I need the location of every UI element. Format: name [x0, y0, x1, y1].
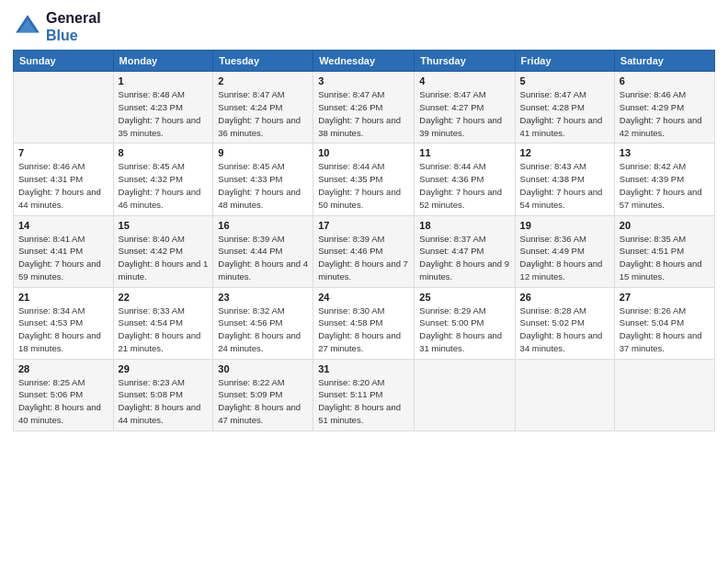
sunrise: Sunrise: 8:41 AM [18, 234, 85, 244]
sunset: Sunset: 4:54 PM [119, 317, 183, 327]
day-number: 7 [18, 147, 108, 158]
daylight: Daylight: 7 hours and 36 minutes. [218, 115, 301, 138]
daylight: Daylight: 7 hours and 42 minutes. [620, 115, 702, 138]
sunrise: Sunrise: 8:47 AM [419, 89, 485, 99]
daylight: Daylight: 8 hours and 18 minutes. [18, 330, 101, 353]
calendar-cell: 29 Sunrise: 8:23 AM Sunset: 5:08 PM Dayl… [113, 359, 213, 431]
calendar-cell: 20 Sunrise: 8:35 AM Sunset: 4:51 PM Dayl… [614, 215, 714, 287]
day-number: 31 [318, 363, 409, 374]
weekday-header: Thursday [415, 51, 515, 72]
sunrise: Sunrise: 8:35 AM [620, 234, 686, 244]
calendar-cell: 16 Sunrise: 8:39 AM Sunset: 4:44 PM Dayl… [213, 215, 313, 287]
calendar-cell: 17 Sunrise: 8:39 AM Sunset: 4:46 PM Dayl… [313, 215, 415, 287]
calendar-cell: 19 Sunrise: 8:36 AM Sunset: 4:49 PM Dayl… [515, 215, 614, 287]
calendar-cell: 30 Sunrise: 8:22 AM Sunset: 5:09 PM Dayl… [213, 359, 313, 431]
daylight: Daylight: 8 hours and 15 minutes. [620, 259, 702, 282]
daylight: Daylight: 7 hours and 39 minutes. [419, 115, 502, 138]
weekday-header: Tuesday [213, 51, 313, 72]
sunrise: Sunrise: 8:40 AM [119, 234, 185, 244]
day-detail: Sunrise: 8:46 AM Sunset: 4:29 PM Dayligh… [620, 88, 710, 139]
calendar-cell: 15 Sunrise: 8:40 AM Sunset: 4:42 PM Dayl… [113, 215, 213, 287]
day-detail: Sunrise: 8:42 AM Sunset: 4:39 PM Dayligh… [620, 160, 710, 211]
day-detail: Sunrise: 8:47 AM Sunset: 4:24 PM Dayligh… [218, 88, 308, 139]
calendar-cell: 10 Sunrise: 8:44 AM Sunset: 4:35 PM Dayl… [313, 144, 415, 215]
weekday-header: Wednesday [313, 51, 415, 72]
sunrise: Sunrise: 8:23 AM [119, 377, 185, 387]
daylight: Daylight: 8 hours and 9 minutes. [419, 259, 509, 282]
sunset: Sunset: 4:49 PM [520, 246, 585, 256]
day-number: 25 [419, 292, 509, 303]
day-number: 27 [620, 292, 710, 303]
day-detail: Sunrise: 8:46 AM Sunset: 4:31 PM Dayligh… [18, 160, 108, 211]
sunrise: Sunrise: 8:30 AM [318, 305, 384, 316]
logo-icon [13, 12, 42, 41]
day-number: 9 [218, 147, 308, 158]
day-number: 18 [419, 220, 509, 231]
day-number: 1 [119, 75, 209, 86]
sunset: Sunset: 4:44 PM [218, 246, 282, 256]
calendar-cell: 3 Sunrise: 8:47 AM Sunset: 4:26 PM Dayli… [313, 72, 415, 144]
day-number: 8 [119, 147, 209, 158]
daylight: Daylight: 7 hours and 41 minutes. [520, 115, 603, 138]
day-detail: Sunrise: 8:44 AM Sunset: 4:36 PM Dayligh… [419, 160, 509, 211]
calendar-cell: 23 Sunrise: 8:32 AM Sunset: 4:56 PM Dayl… [213, 287, 313, 359]
sunrise: Sunrise: 8:22 AM [218, 377, 284, 387]
calendar-cell: 25 Sunrise: 8:29 AM Sunset: 5:00 PM Dayl… [415, 287, 515, 359]
calendar-cell: 2 Sunrise: 8:47 AM Sunset: 4:24 PM Dayli… [213, 72, 313, 144]
day-detail: Sunrise: 8:22 AM Sunset: 5:09 PM Dayligh… [218, 376, 308, 427]
day-number: 10 [318, 147, 409, 158]
daylight: Daylight: 7 hours and 59 minutes. [18, 259, 101, 282]
calendar-cell: 18 Sunrise: 8:37 AM Sunset: 4:47 PM Dayl… [415, 215, 515, 287]
day-detail: Sunrise: 8:48 AM Sunset: 4:23 PM Dayligh… [119, 88, 209, 139]
logo-text: General Blue [46, 9, 101, 44]
daylight: Daylight: 8 hours and 7 minutes. [318, 259, 408, 282]
daylight: Daylight: 8 hours and 51 minutes. [318, 402, 401, 425]
calendar-cell: 11 Sunrise: 8:44 AM Sunset: 4:36 PM Dayl… [415, 144, 515, 215]
sunset: Sunset: 4:42 PM [119, 246, 183, 256]
calendar-cell: 26 Sunrise: 8:28 AM Sunset: 5:02 PM Dayl… [515, 287, 614, 359]
sunrise: Sunrise: 8:48 AM [119, 89, 185, 99]
calendar-cell [14, 72, 114, 144]
sunset: Sunset: 4:28 PM [520, 102, 585, 112]
calendar-week-row: 14 Sunrise: 8:41 AM Sunset: 4:41 PM Dayl… [14, 215, 715, 287]
sunrise: Sunrise: 8:37 AM [419, 234, 485, 244]
day-number: 4 [419, 75, 509, 86]
sunset: Sunset: 4:29 PM [620, 102, 684, 112]
daylight: Daylight: 8 hours and 44 minutes. [119, 402, 201, 425]
calendar-week-row: 21 Sunrise: 8:34 AM Sunset: 4:53 PM Dayl… [14, 287, 715, 359]
day-detail: Sunrise: 8:32 AM Sunset: 4:56 PM Dayligh… [218, 304, 308, 355]
day-number: 13 [620, 147, 710, 158]
calendar-table: SundayMondayTuesdayWednesdayThursdayFrid… [13, 50, 715, 431]
sunrise: Sunrise: 8:44 AM [318, 161, 384, 171]
day-number: 24 [318, 292, 409, 303]
sunrise: Sunrise: 8:45 AM [218, 161, 284, 171]
sunset: Sunset: 4:23 PM [119, 102, 183, 112]
sunset: Sunset: 4:35 PM [318, 174, 382, 184]
calendar-week-row: 7 Sunrise: 8:46 AM Sunset: 4:31 PM Dayli… [14, 144, 715, 215]
daylight: Daylight: 8 hours and 37 minutes. [620, 330, 702, 353]
sunset: Sunset: 5:09 PM [218, 389, 282, 399]
calendar-week-row: 1 Sunrise: 8:48 AM Sunset: 4:23 PM Dayli… [14, 72, 715, 144]
calendar-cell: 5 Sunrise: 8:47 AM Sunset: 4:28 PM Dayli… [515, 72, 614, 144]
daylight: Daylight: 7 hours and 52 minutes. [419, 187, 502, 210]
day-number: 5 [520, 75, 609, 86]
weekday-header: Monday [113, 51, 213, 72]
calendar-cell: 27 Sunrise: 8:26 AM Sunset: 5:04 PM Dayl… [614, 287, 714, 359]
daylight: Daylight: 7 hours and 35 minutes. [119, 115, 201, 138]
day-detail: Sunrise: 8:43 AM Sunset: 4:38 PM Dayligh… [520, 160, 609, 211]
daylight: Daylight: 7 hours and 54 minutes. [520, 187, 603, 210]
daylight: Daylight: 7 hours and 38 minutes. [318, 115, 401, 138]
sunrise: Sunrise: 8:28 AM [520, 305, 586, 316]
daylight: Daylight: 8 hours and 34 minutes. [520, 330, 603, 353]
day-number: 2 [218, 75, 308, 86]
day-detail: Sunrise: 8:33 AM Sunset: 4:54 PM Dayligh… [119, 304, 209, 355]
day-detail: Sunrise: 8:30 AM Sunset: 4:58 PM Dayligh… [318, 304, 409, 355]
sunset: Sunset: 4:36 PM [419, 174, 483, 184]
day-number: 23 [218, 292, 308, 303]
sunset: Sunset: 4:26 PM [318, 102, 382, 112]
day-detail: Sunrise: 8:45 AM Sunset: 4:32 PM Dayligh… [119, 160, 209, 211]
day-detail: Sunrise: 8:26 AM Sunset: 5:04 PM Dayligh… [620, 304, 710, 355]
day-number: 15 [119, 220, 209, 231]
sunrise: Sunrise: 8:33 AM [119, 305, 185, 316]
day-detail: Sunrise: 8:36 AM Sunset: 4:49 PM Dayligh… [520, 233, 609, 283]
